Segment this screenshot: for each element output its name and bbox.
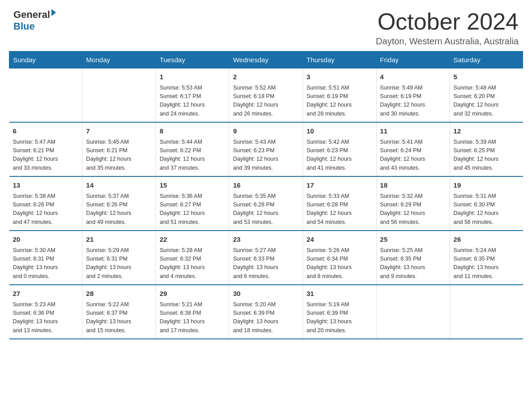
day-info: Sunrise: 5:28 AM Sunset: 6:32 PM Dayligh…	[159, 246, 225, 281]
day-info: Sunrise: 5:41 AM Sunset: 6:24 PM Dayligh…	[380, 138, 446, 173]
day-info: Sunrise: 5:23 AM Sunset: 6:36 PM Dayligh…	[13, 300, 79, 335]
logo-blue: Blue	[13, 21, 56, 32]
calendar-cell	[9, 68, 82, 123]
calendar-cell: 2Sunrise: 5:52 AM Sunset: 6:18 PM Daylig…	[229, 68, 303, 123]
calendar-cell: 29Sunrise: 5:21 AM Sunset: 6:38 PM Dayli…	[156, 285, 229, 339]
day-number: 5	[454, 72, 519, 82]
week-row-3: 13Sunrise: 5:38 AM Sunset: 6:26 PM Dayli…	[9, 176, 523, 231]
day-number: 3	[307, 72, 373, 82]
calendar-cell	[82, 68, 156, 123]
day-info: Sunrise: 5:36 AM Sunset: 6:27 PM Dayligh…	[159, 192, 225, 227]
weekday-header-monday: Monday	[82, 51, 156, 68]
day-number: 8	[159, 126, 225, 137]
day-info: Sunrise: 5:38 AM Sunset: 6:26 PM Dayligh…	[13, 192, 79, 227]
weekday-header-wednesday: Wednesday	[229, 51, 303, 68]
day-number: 23	[233, 235, 299, 245]
day-number: 30	[233, 289, 299, 299]
day-number: 28	[86, 289, 152, 299]
weekday-header-row: SundayMondayTuesdayWednesdayThursdayFrid…	[9, 51, 523, 68]
calendar-cell: 16Sunrise: 5:35 AM Sunset: 6:28 PM Dayli…	[229, 176, 303, 231]
calendar-cell: 7Sunrise: 5:45 AM Sunset: 6:21 PM Daylig…	[82, 122, 156, 176]
calendar-cell: 17Sunrise: 5:33 AM Sunset: 6:28 PM Dayli…	[303, 176, 376, 231]
day-number: 9	[233, 126, 299, 137]
calendar-cell: 23Sunrise: 5:27 AM Sunset: 6:33 PM Dayli…	[229, 231, 303, 285]
calendar-cell: 1Sunrise: 5:53 AM Sunset: 6:17 PM Daylig…	[156, 68, 229, 123]
logo-general: General	[13, 9, 50, 21]
day-number: 29	[159, 289, 225, 299]
calendar-cell: 28Sunrise: 5:22 AM Sunset: 6:37 PM Dayli…	[82, 285, 156, 339]
day-number: 22	[159, 235, 225, 245]
day-info: Sunrise: 5:43 AM Sunset: 6:23 PM Dayligh…	[233, 138, 299, 173]
day-number: 14	[86, 180, 152, 191]
day-info: Sunrise: 5:48 AM Sunset: 6:20 PM Dayligh…	[454, 84, 519, 119]
calendar-cell: 24Sunrise: 5:26 AM Sunset: 6:34 PM Dayli…	[303, 231, 376, 285]
calendar-cell: 5Sunrise: 5:48 AM Sunset: 6:20 PM Daylig…	[450, 68, 523, 123]
day-info: Sunrise: 5:33 AM Sunset: 6:28 PM Dayligh…	[307, 192, 373, 227]
day-number: 7	[86, 126, 152, 137]
day-info: Sunrise: 5:27 AM Sunset: 6:33 PM Dayligh…	[233, 246, 299, 281]
day-info: Sunrise: 5:49 AM Sunset: 6:19 PM Dayligh…	[380, 84, 446, 119]
calendar-cell: 13Sunrise: 5:38 AM Sunset: 6:26 PM Dayli…	[9, 176, 82, 231]
day-number: 21	[86, 235, 152, 245]
day-info: Sunrise: 5:51 AM Sunset: 6:19 PM Dayligh…	[307, 84, 373, 119]
calendar-cell: 27Sunrise: 5:23 AM Sunset: 6:36 PM Dayli…	[9, 285, 82, 339]
day-number: 27	[13, 289, 79, 299]
calendar-cell: 6Sunrise: 5:47 AM Sunset: 6:21 PM Daylig…	[9, 122, 82, 176]
week-row-2: 6Sunrise: 5:47 AM Sunset: 6:21 PM Daylig…	[9, 122, 523, 176]
day-number: 31	[307, 289, 373, 299]
day-info: Sunrise: 5:52 AM Sunset: 6:18 PM Dayligh…	[233, 84, 299, 119]
day-info: Sunrise: 5:32 AM Sunset: 6:29 PM Dayligh…	[380, 192, 446, 227]
calendar-cell: 21Sunrise: 5:29 AM Sunset: 6:31 PM Dayli…	[82, 231, 156, 285]
logo: General Blue	[13, 9, 56, 32]
calendar-container: SundayMondayTuesdayWednesdayThursdayFrid…	[0, 51, 532, 348]
day-info: Sunrise: 5:30 AM Sunset: 6:31 PM Dayligh…	[13, 246, 79, 281]
day-info: Sunrise: 5:26 AM Sunset: 6:34 PM Dayligh…	[307, 246, 373, 281]
calendar-cell: 25Sunrise: 5:25 AM Sunset: 6:35 PM Dayli…	[376, 231, 450, 285]
day-number: 16	[233, 180, 299, 191]
calendar-cell: 26Sunrise: 5:24 AM Sunset: 6:35 PM Dayli…	[450, 231, 523, 285]
calendar-cell	[376, 285, 450, 339]
calendar-cell: 30Sunrise: 5:20 AM Sunset: 6:39 PM Dayli…	[229, 285, 303, 339]
calendar-cell: 11Sunrise: 5:41 AM Sunset: 6:24 PM Dayli…	[376, 122, 450, 176]
calendar-cell: 10Sunrise: 5:42 AM Sunset: 6:23 PM Dayli…	[303, 122, 376, 176]
day-number: 15	[159, 180, 225, 191]
day-info: Sunrise: 5:45 AM Sunset: 6:21 PM Dayligh…	[86, 138, 152, 173]
weekday-header-friday: Friday	[376, 51, 450, 68]
weekday-header-saturday: Saturday	[450, 51, 523, 68]
calendar-cell: 22Sunrise: 5:28 AM Sunset: 6:32 PM Dayli…	[156, 231, 229, 285]
day-number: 6	[13, 126, 79, 137]
day-info: Sunrise: 5:19 AM Sunset: 6:39 PM Dayligh…	[307, 300, 373, 335]
calendar-cell: 15Sunrise: 5:36 AM Sunset: 6:27 PM Dayli…	[156, 176, 229, 231]
day-info: Sunrise: 5:31 AM Sunset: 6:30 PM Dayligh…	[454, 192, 519, 227]
day-number: 20	[13, 235, 79, 245]
weekday-header-sunday: Sunday	[9, 51, 82, 68]
calendar-cell: 8Sunrise: 5:44 AM Sunset: 6:22 PM Daylig…	[156, 122, 229, 176]
day-number: 11	[380, 126, 446, 137]
day-number: 19	[454, 180, 519, 191]
day-number: 24	[307, 235, 373, 245]
day-info: Sunrise: 5:53 AM Sunset: 6:17 PM Dayligh…	[159, 84, 225, 119]
day-info: Sunrise: 5:44 AM Sunset: 6:22 PM Dayligh…	[159, 138, 225, 173]
day-number: 25	[380, 235, 446, 245]
day-info: Sunrise: 5:35 AM Sunset: 6:28 PM Dayligh…	[233, 192, 299, 227]
month-title: October 2024	[376, 9, 519, 34]
day-info: Sunrise: 5:25 AM Sunset: 6:35 PM Dayligh…	[380, 246, 446, 281]
calendar-cell: 18Sunrise: 5:32 AM Sunset: 6:29 PM Dayli…	[376, 176, 450, 231]
calendar-cell: 12Sunrise: 5:39 AM Sunset: 6:25 PM Dayli…	[450, 122, 523, 176]
calendar-cell	[450, 285, 523, 339]
week-row-5: 27Sunrise: 5:23 AM Sunset: 6:36 PM Dayli…	[9, 285, 523, 339]
day-info: Sunrise: 5:39 AM Sunset: 6:25 PM Dayligh…	[454, 138, 519, 173]
week-row-1: 1Sunrise: 5:53 AM Sunset: 6:17 PM Daylig…	[9, 68, 523, 123]
weekday-header-thursday: Thursday	[303, 51, 376, 68]
day-info: Sunrise: 5:42 AM Sunset: 6:23 PM Dayligh…	[307, 138, 373, 173]
calendar-cell: 3Sunrise: 5:51 AM Sunset: 6:19 PM Daylig…	[303, 68, 376, 123]
weekday-header-tuesday: Tuesday	[156, 51, 229, 68]
day-number: 26	[454, 235, 519, 245]
calendar-cell: 20Sunrise: 5:30 AM Sunset: 6:31 PM Dayli…	[9, 231, 82, 285]
day-info: Sunrise: 5:47 AM Sunset: 6:21 PM Dayligh…	[13, 138, 79, 173]
day-number: 12	[454, 126, 519, 137]
week-row-4: 20Sunrise: 5:30 AM Sunset: 6:31 PM Dayli…	[9, 231, 523, 285]
day-number: 13	[13, 180, 79, 191]
day-info: Sunrise: 5:37 AM Sunset: 6:26 PM Dayligh…	[86, 192, 152, 227]
day-info: Sunrise: 5:22 AM Sunset: 6:37 PM Dayligh…	[86, 300, 152, 335]
